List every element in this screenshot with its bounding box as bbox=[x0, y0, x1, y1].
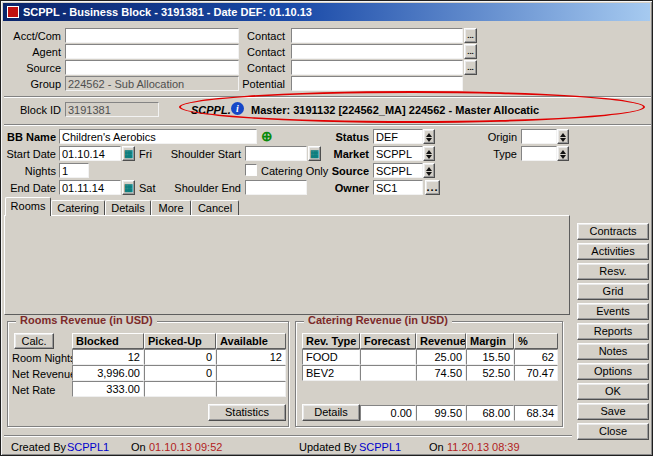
contact2-label: Contact bbox=[231, 46, 285, 59]
status-label: Status bbox=[331, 131, 369, 144]
origin-label: Origin bbox=[463, 131, 517, 144]
contact3-lov-button[interactable]: ... bbox=[464, 60, 477, 75]
market-combo[interactable] bbox=[373, 146, 423, 161]
start-day-text: Fri bbox=[139, 148, 152, 161]
net-revenue-picked-up-cell: 0 bbox=[144, 365, 216, 381]
catering-header-pct: % bbox=[514, 333, 558, 349]
source-combo[interactable] bbox=[373, 163, 423, 178]
resv-button[interactable]: Resv. bbox=[577, 263, 649, 280]
divider bbox=[4, 96, 651, 98]
catering-row-food-forecast bbox=[360, 349, 416, 365]
reports-button[interactable]: Reports bbox=[577, 323, 649, 340]
created-by-value: SCPPL1 bbox=[67, 441, 109, 454]
market-dropdown-button[interactable] bbox=[423, 146, 435, 161]
shoulder-end-input[interactable] bbox=[245, 180, 307, 195]
divider bbox=[4, 124, 651, 126]
catering-total-revenue: 99.50 bbox=[416, 405, 466, 421]
details-button[interactable]: Details bbox=[302, 404, 360, 421]
tab-rooms[interactable]: Rooms bbox=[5, 197, 51, 216]
save-button[interactable]: Save bbox=[577, 403, 649, 420]
tab-cancel[interactable]: Cancel bbox=[191, 200, 239, 215]
source-acct-label: Source bbox=[5, 62, 61, 75]
bb-name-input[interactable] bbox=[59, 129, 257, 144]
agent-input[interactable] bbox=[65, 44, 239, 59]
updated-by-label: Updated By bbox=[299, 441, 356, 454]
group-label: Group bbox=[5, 78, 61, 91]
room-nights-blocked-cell: 12 bbox=[72, 349, 144, 365]
nights-input[interactable] bbox=[59, 163, 89, 178]
start-date-label: Start Date bbox=[3, 148, 56, 161]
end-date-input[interactable] bbox=[59, 180, 121, 195]
catering-only-checkbox[interactable] bbox=[245, 164, 257, 176]
contact1-lov-button[interactable]: ... bbox=[464, 28, 477, 43]
catering-row-bev2-type: BEV2 bbox=[302, 365, 360, 381]
shoulder-start-label: Shoulder Start bbox=[167, 148, 241, 161]
status-combo[interactable] bbox=[373, 129, 423, 144]
market-label: Market bbox=[331, 148, 369, 161]
rooms-revenue-header-picked-up: Picked-Up bbox=[144, 333, 216, 349]
net-revenue-row-label: Net Revenue bbox=[12, 368, 76, 381]
contact2-lov-button[interactable]: ... bbox=[464, 44, 477, 59]
owner-lov-button[interactable]: ... bbox=[425, 180, 440, 195]
tab-details[interactable]: Details bbox=[105, 200, 151, 215]
type-label: Type bbox=[463, 148, 517, 161]
updated-by-value: SCPPL1 bbox=[359, 441, 401, 454]
scppl-label: SCPPL. bbox=[191, 104, 231, 117]
contact2-input[interactable] bbox=[291, 44, 463, 59]
bb-name-label: BB Name bbox=[3, 131, 56, 144]
end-date-calendar-icon[interactable]: ▦ bbox=[122, 180, 135, 195]
source-label: Source bbox=[331, 165, 369, 178]
net-rate-row-label: Net Rate bbox=[12, 384, 55, 397]
contracts-button[interactable]: Contracts bbox=[577, 223, 649, 240]
close-button[interactable]: Close bbox=[577, 423, 649, 440]
globe-icon[interactable]: ⊕ bbox=[261, 129, 273, 143]
catering-total-margin: 68.00 bbox=[466, 405, 514, 421]
room-nights-row-label: Room Nights bbox=[12, 352, 76, 365]
acctcom-label: Acct/Com bbox=[5, 30, 61, 43]
group-input[interactable] bbox=[65, 76, 239, 91]
grid-button[interactable]: Grid bbox=[577, 283, 649, 300]
status-dropdown-button[interactable] bbox=[423, 129, 435, 144]
start-date-calendar-icon[interactable]: ▦ bbox=[122, 146, 135, 161]
net-rate-picked-up-cell bbox=[144, 381, 216, 397]
origin-dropdown-button[interactable] bbox=[557, 129, 569, 144]
tab-more[interactable]: More bbox=[151, 200, 191, 215]
catering-revenue-group: Catering Revenue (in USD) Rev. Type Fore… bbox=[295, 321, 563, 427]
events-button[interactable]: Events bbox=[577, 303, 649, 320]
agent-label: Agent bbox=[5, 46, 61, 59]
ok-button[interactable]: OK bbox=[577, 383, 649, 400]
rooms-revenue-header-available: Available bbox=[216, 333, 286, 349]
owner-input[interactable] bbox=[373, 180, 423, 195]
contact3-label: Contact bbox=[231, 62, 285, 75]
type-combo[interactable] bbox=[521, 146, 557, 161]
contact1-label: Contact bbox=[231, 30, 285, 43]
contact3-input[interactable] bbox=[291, 60, 463, 75]
rooms-revenue-group: Rooms Revenue (in USD) Calc. Blocked Pic… bbox=[7, 321, 289, 427]
catering-header-rev-type: Rev. Type bbox=[302, 333, 360, 349]
catering-row-bev2-forecast bbox=[360, 365, 416, 381]
catering-header-margin: Margin bbox=[466, 333, 514, 349]
options-button[interactable]: Options bbox=[577, 363, 649, 380]
tab-catering[interactable]: Catering bbox=[51, 200, 105, 215]
statistics-button[interactable]: Statistics bbox=[208, 404, 286, 421]
block-id-input[interactable] bbox=[65, 102, 159, 117]
type-dropdown-button[interactable] bbox=[557, 146, 569, 161]
start-date-input[interactable] bbox=[59, 146, 121, 161]
source-dropdown-button[interactable] bbox=[423, 163, 435, 178]
potential-input[interactable] bbox=[291, 76, 463, 91]
catering-row-bev2-margin: 52.50 bbox=[466, 365, 514, 381]
rooms-revenue-title: Rooms Revenue (in USD) bbox=[16, 314, 157, 326]
notes-button[interactable]: Notes bbox=[577, 343, 649, 360]
shoulder-start-input[interactable] bbox=[245, 146, 307, 161]
shoulder-start-calendar-icon[interactable]: ▦ bbox=[308, 146, 321, 161]
contact1-input[interactable] bbox=[291, 28, 463, 43]
calc-button[interactable]: Calc. bbox=[14, 333, 54, 349]
block-id-label: Block ID bbox=[5, 104, 61, 117]
end-date-label: End Date bbox=[3, 182, 56, 195]
origin-combo[interactable] bbox=[521, 129, 557, 144]
activities-button[interactable]: Activities bbox=[577, 243, 649, 260]
catering-row-food-margin: 15.50 bbox=[466, 349, 514, 365]
acctcom-input[interactable] bbox=[65, 28, 239, 43]
source-acct-input[interactable] bbox=[65, 60, 239, 75]
updated-on-value: 11.20.13 08:39 bbox=[447, 441, 520, 454]
